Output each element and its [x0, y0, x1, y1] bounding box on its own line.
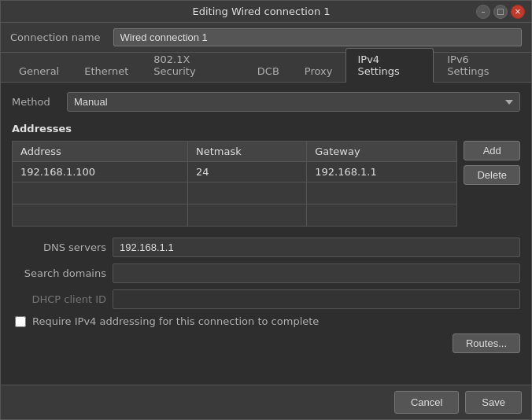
dhcp-label: DHCP client ID: [12, 293, 106, 305]
address-row-empty-2: [13, 204, 457, 227]
require-ipv4-row: Require IPv4 addressing for this connect…: [12, 315, 520, 327]
dns-input[interactable]: [113, 238, 520, 257]
require-ipv4-label: Require IPv4 addressing for this connect…: [32, 315, 319, 327]
bottom-bar: Cancel Save: [1, 385, 531, 419]
dns-label: DNS servers: [12, 241, 106, 253]
search-domains-row: Search domains: [12, 263, 520, 283]
addresses-section: Addresses Address Netmask Gateway: [12, 123, 520, 227]
save-button[interactable]: Save: [465, 391, 522, 414]
dns-row: DNS servers: [12, 238, 520, 257]
address-row-0[interactable]: 192.168.1.100 24 192.168.1.1: [13, 162, 457, 182]
method-select[interactable]: Manual: [67, 92, 520, 112]
add-button[interactable]: Add: [464, 141, 520, 160]
tab-proxy[interactable]: Proxy: [293, 60, 345, 82]
method-row: Method Manual: [12, 92, 520, 112]
tab-ipv6-settings[interactable]: IPv6 Settings: [435, 48, 523, 82]
search-domains-label: Search domains: [12, 267, 106, 279]
dhcp-row: DHCP client ID: [12, 289, 520, 309]
tab-ipv4-settings[interactable]: IPv4 Settings: [345, 48, 434, 83]
tab-dcb[interactable]: DCB: [246, 60, 291, 82]
delete-button[interactable]: Delete: [464, 165, 520, 185]
tabs-bar: General Ethernet 802.1X Security DCB Pro…: [1, 53, 531, 83]
main-window: Editing Wired connection 1 – □ × Connect…: [0, 0, 532, 420]
addresses-table-area: Address Netmask Gateway 192.168.1.100 24…: [12, 141, 520, 227]
addresses-title: Addresses: [12, 123, 520, 134]
require-ipv4-checkbox[interactable]: [15, 316, 26, 327]
close-button[interactable]: ×: [511, 5, 525, 19]
gateway-cell-0: 192.168.1.1: [307, 162, 457, 182]
addresses-table-wrapper: Address Netmask Gateway 192.168.1.100 24…: [12, 141, 457, 227]
minimize-button[interactable]: –: [476, 5, 490, 19]
search-domains-input[interactable]: [113, 263, 520, 283]
connection-name-label: Connection name: [10, 31, 101, 43]
maximize-button[interactable]: □: [493, 5, 508, 19]
window-controls: – □ ×: [476, 5, 525, 19]
tab-general[interactable]: General: [7, 60, 71, 82]
window-title: Editing Wired connection 1: [46, 6, 476, 17]
title-bar: Editing Wired connection 1 – □ ×: [1, 1, 531, 23]
address-cell-0: 192.168.1.100: [13, 162, 188, 182]
content-area: Method Manual Addresses Address Netmask …: [1, 83, 531, 385]
col-gateway: Gateway: [307, 142, 457, 162]
netmask-cell-0: 24: [187, 162, 306, 182]
table-buttons: Add Delete: [464, 141, 520, 185]
connection-name-input[interactable]: [113, 28, 522, 46]
address-row-empty-1: [13, 182, 457, 204]
method-label: Method: [12, 96, 59, 108]
tab-ethernet[interactable]: Ethernet: [72, 60, 140, 82]
routes-row: Routes...: [12, 333, 520, 353]
col-address: Address: [13, 142, 188, 162]
col-netmask: Netmask: [187, 142, 306, 162]
cancel-button[interactable]: Cancel: [394, 391, 459, 414]
addresses-table: Address Netmask Gateway 192.168.1.100 24…: [12, 141, 457, 227]
dhcp-input[interactable]: [113, 289, 520, 309]
routes-button[interactable]: Routes...: [453, 333, 520, 353]
tab-8021x-security[interactable]: 802.1X Security: [142, 48, 244, 82]
